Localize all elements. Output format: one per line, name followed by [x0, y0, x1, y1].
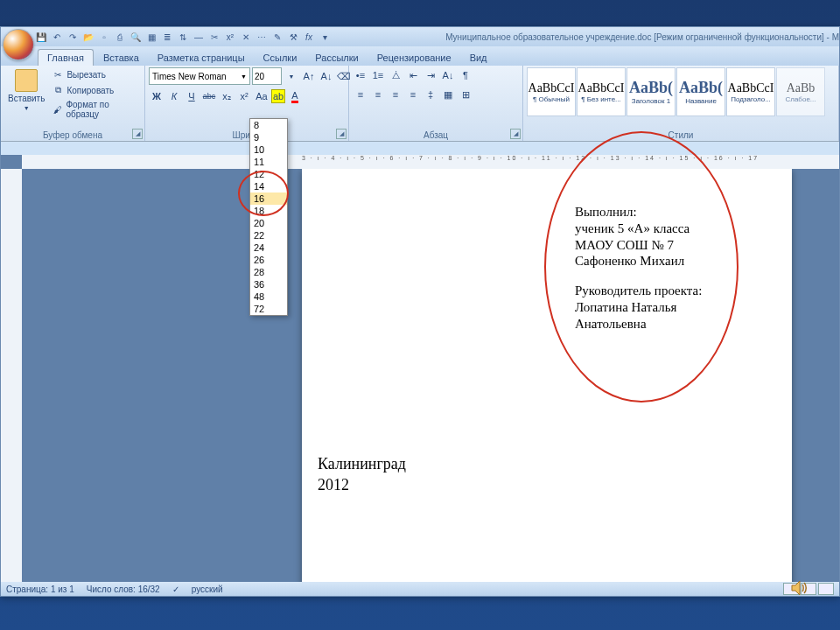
sort-button[interactable]: A↓	[440, 67, 456, 83]
align-left-button[interactable]: ≡	[353, 87, 368, 102]
tab-insert[interactable]: Вставка	[94, 50, 148, 66]
view-web-icon[interactable]	[818, 583, 834, 595]
size-option-9[interactable]: 9	[250, 131, 287, 144]
font-name-combo[interactable]: Times New Roman▼	[149, 67, 250, 85]
dash-icon[interactable]: —	[192, 30, 206, 44]
highlight-button[interactable]: ab	[271, 89, 285, 103]
grow-font-button[interactable]: A↑	[301, 68, 317, 84]
size-option-18[interactable]: 18	[250, 205, 287, 217]
status-page[interactable]: Страница: 1 из 1	[6, 584, 74, 594]
sort-icon[interactable]: ⇅	[176, 30, 190, 44]
doc-block-author: Выполнил: ученик 5 «А» класса МАОУ СОШ №…	[575, 204, 690, 270]
multilevel-button[interactable]: ⧊	[388, 67, 403, 83]
group-styles-title: Стили	[527, 130, 835, 141]
size-option-24[interactable]: 24	[250, 242, 287, 254]
style-title[interactable]: AaBb(Название	[676, 67, 725, 116]
group-styles: AaBbCcI¶ Обычный AaBbCcI¶ Без инте... Aa…	[523, 66, 839, 141]
size-option-12[interactable]: 12	[250, 168, 287, 180]
status-proof-icon[interactable]: ✓	[172, 584, 179, 594]
tab-view[interactable]: Вид	[461, 50, 496, 66]
new-icon[interactable]: ▫	[97, 30, 111, 44]
build-icon[interactable]: ⚒	[286, 30, 300, 44]
paste-button[interactable]: Вставить ▼	[4, 67, 48, 113]
shrink-font-button[interactable]: A↓	[318, 68, 334, 84]
size-option-10[interactable]: 10	[250, 144, 287, 156]
size-option-36[interactable]: 36	[250, 278, 287, 290]
numbering-button[interactable]: 1≡	[370, 67, 386, 83]
style-subtitle[interactable]: AaBbCcIПодзаголо...	[726, 67, 775, 116]
copy-button[interactable]: ⧉Копировать	[50, 83, 141, 97]
indent-inc-button[interactable]: ⇥	[423, 67, 438, 83]
font-launcher-icon[interactable]: ◢	[336, 129, 346, 139]
paste-icon	[15, 69, 38, 92]
size-option-28[interactable]: 28	[250, 266, 287, 278]
case-button[interactable]: Aa	[254, 88, 270, 104]
qat-more-icon[interactable]: ▾	[318, 30, 332, 44]
size-option-22[interactable]: 22	[250, 229, 287, 242]
bold-button[interactable]: Ж	[149, 88, 164, 104]
font-size-combo[interactable]: 20	[252, 67, 282, 85]
open-icon[interactable]: 📂	[81, 30, 95, 44]
status-language[interactable]: русский	[192, 584, 223, 594]
size-option-14[interactable]: 14	[250, 180, 287, 192]
italic-button[interactable]: К	[166, 88, 182, 104]
borders-button[interactable]: ⊞	[458, 87, 473, 102]
para-launcher-icon[interactable]: ◢	[510, 129, 521, 139]
redo-icon[interactable]: ↷	[66, 30, 80, 44]
size-option-26[interactable]: 26	[250, 254, 287, 266]
fx-icon[interactable]: fx	[302, 30, 316, 44]
status-words[interactable]: Число слов: 16/32	[87, 584, 160, 594]
tab-references[interactable]: Ссылки	[255, 50, 306, 66]
cut-icon[interactable]: ✂	[207, 30, 221, 44]
horizontal-ruler[interactable]: 3 · ı · 4 · ı · 5 · ı · 6 · ı · 7 · ı · …	[22, 155, 839, 170]
strike-button[interactable]: abc	[201, 88, 217, 104]
shading-button[interactable]: ▦	[440, 87, 456, 102]
align-right-button[interactable]: ≡	[388, 87, 403, 102]
size-option-16[interactable]: 16	[250, 192, 287, 205]
style-gallery[interactable]: AaBbCcI¶ Обычный AaBbCcI¶ Без инте... Aa…	[527, 67, 825, 116]
vertical-ruler[interactable]	[1, 169, 23, 584]
tab-home[interactable]: Главная	[38, 49, 94, 66]
subscript-button[interactable]: x₂	[219, 88, 234, 104]
style-heading1[interactable]: AaBb(Заголовок 1	[626, 67, 676, 116]
cross-icon[interactable]: ✕	[239, 30, 253, 44]
tab-review[interactable]: Рецензирование	[368, 50, 460, 66]
size-option-48[interactable]: 48	[250, 290, 287, 303]
style-subtle[interactable]: AaBbСлабое...	[776, 67, 825, 116]
tab-layout[interactable]: Разметка страницы	[149, 50, 254, 66]
size-option-20[interactable]: 20	[250, 217, 287, 229]
size-option-8[interactable]: 8	[250, 119, 287, 131]
document-canvas[interactable]: Выполнил: ученик 5 «А» класса МАОУ СОШ №…	[22, 169, 839, 584]
font-color-button[interactable]: A	[287, 88, 303, 104]
show-marks-button[interactable]: ¶	[458, 67, 473, 83]
font-size-dropdown[interactable]: 891011121416182022242628364872	[249, 118, 288, 316]
bullets-button[interactable]: •≡	[353, 67, 368, 83]
office-button[interactable]	[3, 29, 34, 60]
superscript-button[interactable]: x²	[236, 88, 252, 104]
tab-mailings[interactable]: Рассылки	[306, 50, 367, 66]
style-no-spacing[interactable]: AaBbCcI¶ Без инте...	[577, 67, 626, 116]
col-icon[interactable]: ≣	[160, 30, 174, 44]
clipboard-launcher-icon[interactable]: ◢	[132, 129, 143, 139]
table-icon[interactable]: ▦	[144, 30, 158, 44]
align-justify-button[interactable]: ≡	[405, 87, 421, 102]
undo-icon[interactable]: ↶	[50, 30, 64, 44]
format-painter-button[interactable]: 🖌Формат по образцу	[50, 99, 141, 120]
align-center-button[interactable]: ≡	[370, 87, 386, 102]
document-page: Выполнил: ученик 5 «А» класса МАОУ СОШ №…	[302, 169, 792, 584]
size-option-72[interactable]: 72	[250, 303, 287, 315]
scissors-icon: ✂	[52, 68, 64, 80]
dots-icon[interactable]: ⋯	[255, 30, 269, 44]
underline-button[interactable]: Ч	[184, 88, 200, 104]
size-option-11[interactable]: 11	[250, 156, 287, 168]
marker-icon[interactable]: ✎	[270, 30, 284, 44]
line-spacing-button[interactable]: ‡	[423, 87, 438, 102]
preview-icon[interactable]: 🔍	[129, 30, 143, 44]
cut-button[interactable]: ✂Вырезать	[50, 67, 141, 81]
indent-dec-button[interactable]: ⇤	[405, 67, 421, 83]
save-icon[interactable]: 💾	[34, 30, 48, 44]
style-normal[interactable]: AaBbCcI¶ Обычный	[527, 67, 576, 116]
print-icon[interactable]: ⎙	[113, 30, 127, 44]
sup-icon[interactable]: x²	[223, 30, 237, 44]
font-size-dropdown-icon[interactable]: ▼	[284, 68, 299, 84]
